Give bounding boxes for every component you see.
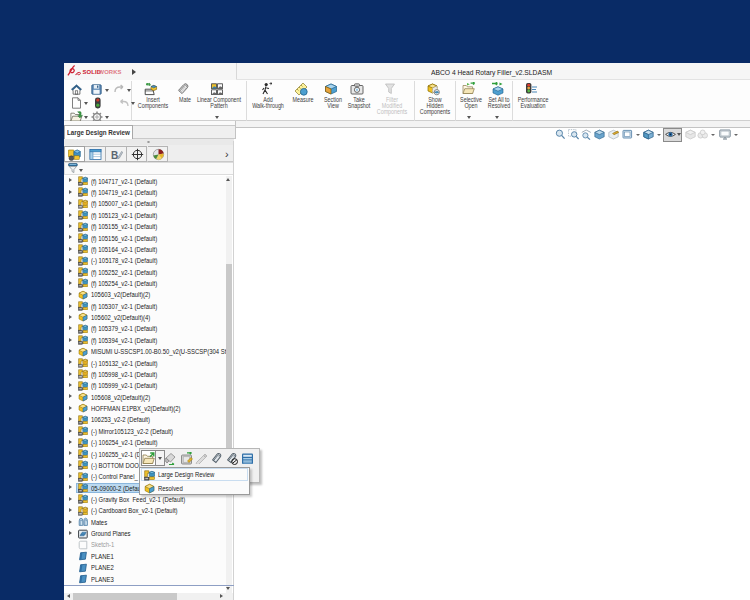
svg-text:WORKS: WORKS <box>99 69 122 75</box>
